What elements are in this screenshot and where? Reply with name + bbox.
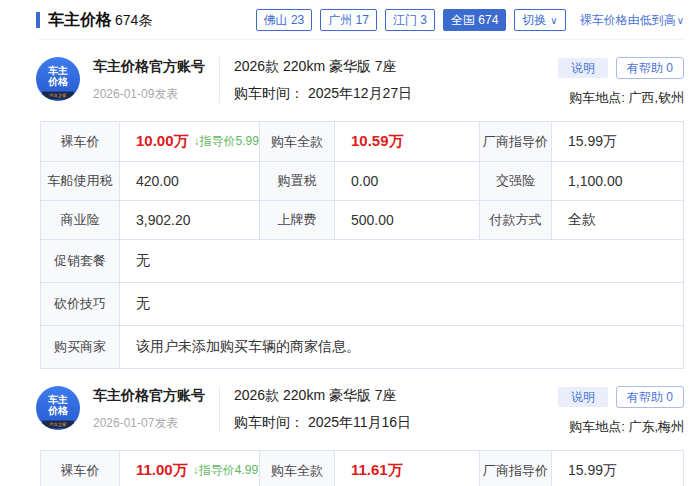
cell-value: 全款 [551, 201, 683, 239]
row-label: 裸车价 [41, 451, 119, 486]
author-block: 车主价格官方账号 2026-01-09发表 [93, 57, 220, 103]
helpful-button[interactable]: 有帮助 0 [616, 57, 684, 79]
table-row: 砍价技巧 无 [41, 282, 683, 325]
row-label: 砍价技巧 [41, 283, 119, 325]
row-label: 购车全款 [259, 122, 334, 161]
full-price-value: 10.59万 [351, 132, 404, 151]
price-card: 车主 价格 汽车之家 车主价格官方账号 2026-01-09发表 2026款 2… [0, 40, 700, 369]
row-label: 付款方式 [479, 201, 551, 239]
page-title: 车主价格 [48, 10, 112, 31]
topbar: 车主价格 674条 佛山 23 广州 17 江门 3 全国 674 切换∨ 裸车… [0, 0, 700, 39]
avatar-footer-text: 汽车之家 [42, 421, 74, 429]
card-actions: 说明 有帮助 0 购车地点: 广东,梅州 [558, 386, 684, 436]
row-label: 裸车价 [41, 122, 119, 161]
row-label: 购置税 [259, 162, 334, 200]
switch-label: 切换 [522, 13, 546, 27]
city-filter-foshan[interactable]: 佛山 23 [256, 9, 313, 31]
row-label: 购车全款 [259, 451, 334, 486]
avatar-logo: 车主 价格 [36, 65, 80, 87]
avatar-text: 价格 [36, 405, 80, 416]
table-row: 裸车价 10.00万↓指导价5.99万 购车全款 10.59万 厂商指导价 15… [41, 122, 683, 161]
msrp-value: 15.99万 [551, 451, 683, 486]
sort-selector[interactable]: 裸车价格由低到高∨ [580, 12, 684, 29]
sort-label: 裸车价格由低到高 [580, 13, 676, 27]
row-label: 商业险 [41, 201, 119, 239]
cell-value: 无 [119, 283, 683, 325]
msrp-value: 15.99万 [551, 122, 683, 161]
table-row: 车船使用税 420.00 购置税 0.00 交强险 1,100.00 [41, 161, 683, 200]
row-label: 交强险 [479, 162, 551, 200]
publish-date: 2026-01-09发表 [93, 86, 205, 103]
card-actions: 说明 有帮助 0 购车地点: 广西,钦州 [558, 57, 684, 107]
chevron-down-icon: ∨ [550, 15, 557, 26]
purchase-location: 购车地点: 广西,钦州 [558, 89, 684, 107]
card-header: 车主 价格 汽车之家 车主价格官方账号 2026-01-07发表 2026款 2… [36, 386, 684, 436]
cell-value: 无 [119, 240, 683, 282]
vehicle-block: 2026款 220km 豪华版 7座 购车时间： 2025年11月16日 [234, 386, 411, 432]
filter-switch-button[interactable]: 切换∨ [514, 9, 565, 31]
row-label: 车船使用税 [41, 162, 119, 200]
card-header: 车主 价格 汽车之家 车主价格官方账号 2026-01-09发表 2026款 2… [36, 57, 684, 107]
avatar-text: 车主 [36, 65, 80, 76]
avatar: 车主 价格 汽车之家 [36, 57, 80, 101]
publish-date: 2026-01-07发表 [93, 415, 205, 432]
price-drop-note: ↓指导价5.99万 [194, 133, 259, 150]
avatar-logo: 车主 价格 [36, 394, 80, 416]
price-table: 裸车价 11.00万↓指导价4.99万 购车全款 11.61万 厂商指导价 15… [40, 450, 684, 486]
avatar-text: 价格 [36, 76, 80, 87]
helpful-button[interactable]: 有帮助 0 [616, 386, 684, 408]
cell-value: 该用户未添加购买车辆的商家信息。 [119, 326, 683, 368]
title-accent-bar [36, 12, 40, 28]
table-row: 商业险 3,902.20 上牌费 500.00 付款方式 全款 [41, 200, 683, 239]
page-title-wrap: 车主价格 674条 [36, 10, 152, 31]
vehicle-model: 2026款 220km 豪华版 7座 [234, 387, 411, 405]
cell-value: 0.00 [334, 162, 479, 200]
action-buttons: 说明 有帮助 0 [558, 57, 684, 79]
city-filter-national[interactable]: 全国 674 [443, 9, 506, 31]
vehicle-block: 2026款 220km 豪华版 7座 购车时间： 2025年12月27日 [234, 57, 412, 103]
author-name: 车主价格官方账号 [93, 58, 205, 76]
explain-button[interactable]: 说明 [558, 387, 608, 407]
row-label: 上牌费 [259, 201, 334, 239]
price-table: 裸车价 10.00万↓指导价5.99万 购车全款 10.59万 厂商指导价 15… [40, 121, 684, 369]
price-card: 车主 价格 汽车之家 车主价格官方账号 2026-01-07发表 2026款 2… [0, 369, 700, 486]
cell-value: 3,902.20 [119, 201, 259, 239]
purchase-location: 购车地点: 广东,梅州 [558, 418, 684, 436]
author-name: 车主价格官方账号 [93, 387, 205, 405]
author-block: 车主价格官方账号 2026-01-07发表 [93, 386, 220, 432]
full-price-value: 11.61万 [351, 461, 403, 480]
bare-price-value: 11.00万 [136, 461, 188, 480]
avatar: 车主 价格 汽车之家 [36, 386, 80, 430]
purchase-time: 购车时间： 2025年11月16日 [234, 414, 411, 432]
avatar-footer-text: 汽车之家 [42, 92, 74, 100]
row-label: 购买商家 [41, 326, 119, 368]
city-filter-jiangmen[interactable]: 江门 3 [385, 9, 435, 31]
cell-value: 500.00 [334, 201, 479, 239]
result-count: 674条 [115, 10, 152, 30]
row-label: 厂商指导价 [479, 451, 551, 486]
cell-value: 1,100.00 [551, 162, 683, 200]
price-drop-note: ↓指导价4.99万 [193, 462, 259, 479]
table-row: 裸车价 11.00万↓指导价4.99万 购车全款 11.61万 厂商指导价 15… [41, 451, 683, 486]
avatar-text: 车主 [36, 394, 80, 405]
explain-button[interactable]: 说明 [558, 58, 608, 78]
row-label: 厂商指导价 [479, 122, 551, 161]
city-filter-guangzhou[interactable]: 广州 17 [320, 9, 377, 31]
vehicle-model: 2026款 220km 豪华版 7座 [234, 58, 412, 76]
table-row: 购买商家 该用户未添加购买车辆的商家信息。 [41, 325, 683, 368]
table-row: 促销套餐 无 [41, 239, 683, 282]
purchase-time: 购车时间： 2025年12月27日 [234, 85, 412, 103]
cell-value: 420.00 [119, 162, 259, 200]
row-label: 促销套餐 [41, 240, 119, 282]
action-buttons: 说明 有帮助 0 [558, 386, 684, 408]
chevron-down-icon: ∨ [677, 15, 684, 26]
filter-bar: 佛山 23 广州 17 江门 3 全国 674 切换∨ 裸车价格由低到高∨ [256, 9, 684, 31]
bare-price-value: 10.00万 [136, 132, 189, 151]
